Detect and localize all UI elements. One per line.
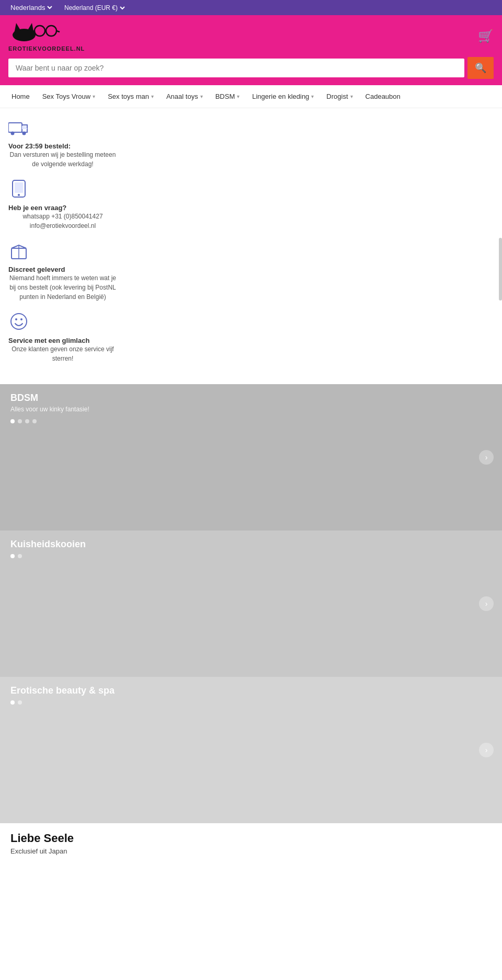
language-select[interactable]: Nederlands [8, 3, 54, 12]
bdsm-dots [10, 419, 492, 423]
currency-selector[interactable]: Nederland (EUR €) [62, 4, 127, 12]
contact-text: whatsapp +31 (0)850041427 info@erotiekvo… [8, 212, 117, 230]
svg-point-17 [20, 318, 22, 320]
svg-point-16 [15, 318, 17, 320]
dot-inactive[interactable] [18, 554, 22, 558]
logo-icon [8, 20, 66, 45]
cart-icon[interactable]: 🛒 [478, 29, 494, 43]
liebe-seele-title: Liebe Seele [10, 832, 492, 845]
beauty-spa-category-title: Erotische beauty & spa [10, 685, 492, 696]
beauty-spa-category-section: Erotische beauty & spa › [0, 677, 502, 823]
beauty-spa-dots [10, 700, 492, 705]
svg-rect-10 [15, 182, 23, 193]
delivery-icon [8, 119, 29, 140]
info-contact: Heb je een vraag? whatsapp +31 (0)850041… [8, 179, 117, 230]
dot-inactive[interactable] [25, 419, 29, 423]
dot-active[interactable] [10, 554, 15, 558]
bdsm-category-section: BDSM Alles voor uw kinky fantasie! › [0, 384, 502, 531]
chevron-down-icon: ▾ [200, 94, 203, 99]
search-input[interactable] [8, 59, 464, 77]
currency-select[interactable]: Nederland (EUR €) [62, 4, 127, 12]
phone-icon [8, 179, 29, 202]
dot-inactive[interactable] [18, 419, 22, 423]
smile-icon [8, 312, 29, 335]
nav-drogist[interactable]: Drogist ▾ [320, 85, 359, 108]
chevron-down-icon: ▾ [237, 94, 239, 99]
next-arrow[interactable]: › [479, 596, 494, 611]
dot-inactive[interactable] [32, 419, 37, 423]
bdsm-category-subtitle: Alles voor uw kinky fantasie! [10, 406, 492, 413]
search-button[interactable]: 🔍 [467, 57, 494, 79]
dot-active[interactable] [10, 700, 15, 705]
kuisheidskooien-category-title: Kuisheidskooien [10, 539, 492, 550]
kuisheidskooien-category-section: Kuisheidskooien › [0, 531, 502, 677]
svg-point-11 [18, 194, 20, 196]
info-delivery: Voor 23:59 besteld: Dan versturen wij je… [8, 119, 117, 169]
box-icon [8, 241, 29, 263]
svg-point-1 [35, 26, 45, 36]
nav-home[interactable]: Home [5, 85, 36, 108]
search-bar: 🔍 [8, 57, 494, 79]
chevron-down-icon: ▾ [151, 94, 154, 99]
scrollbar[interactable] [499, 238, 502, 301]
kuisheidskooien-dots [10, 554, 492, 558]
chevron-down-icon: ▾ [350, 94, 353, 99]
nav-anaal-toys[interactable]: Anaal toys ▾ [160, 85, 209, 108]
service-text: Onze klanten geven onze service vijf ste… [8, 344, 117, 363]
svg-point-7 [11, 132, 15, 135]
service-title: Service met een glimlach [8, 337, 117, 344]
main-nav: Home Sex Toys Vrouw ▾ Sex toys man ▾ Ana… [0, 85, 502, 108]
dot-active[interactable] [10, 419, 15, 423]
logo[interactable]: EROTIEKVOORDEEL.NL [8, 20, 85, 52]
info-section: Voor 23:59 besteld: Dan versturen wij je… [0, 108, 126, 384]
header: EROTIEKVOORDEEL.NL 🛒 🔍 [0, 15, 502, 85]
logo-text: EROTIEKVOORDEEL.NL [8, 45, 85, 52]
top-bar: Nederlands Nederland (EUR €) [0, 0, 502, 15]
chevron-down-icon: ▾ [93, 94, 95, 99]
svg-point-8 [22, 132, 26, 135]
discreet-text: Niemand hoeft immers te weten wat je bij… [8, 273, 117, 302]
discreet-title: Discreet geleverd [8, 266, 117, 273]
contact-title: Heb je een vraag? [8, 204, 117, 212]
info-discreet: Discreet geleverd Niemand hoeft immers t… [8, 241, 117, 302]
nav-lingerie[interactable]: Lingerie en kleding ▾ [246, 85, 320, 108]
next-arrow[interactable]: › [479, 743, 494, 757]
next-arrow[interactable]: › [479, 450, 494, 465]
nav-bdsm[interactable]: BDSM ▾ [209, 85, 246, 108]
chevron-down-icon: ▾ [311, 94, 314, 99]
dot-inactive[interactable] [18, 700, 22, 705]
liebe-seele-section: Liebe Seele Exclusief uit Japan [0, 823, 502, 928]
delivery-title: Voor 23:59 besteld: [8, 142, 117, 150]
bdsm-category-title: BDSM [10, 393, 492, 403]
nav-cadeaubon[interactable]: Cadeaubon [359, 85, 407, 108]
svg-point-2 [46, 26, 56, 36]
nav-sex-toys-vrouw[interactable]: Sex Toys Vrouw ▾ [36, 85, 102, 108]
nav-sex-toys-man[interactable]: Sex toys man ▾ [101, 85, 160, 108]
liebe-seele-subtitle: Exclusief uit Japan [10, 847, 492, 855]
svg-rect-6 [8, 123, 22, 132]
svg-point-0 [13, 29, 36, 41]
info-service: Service met een glimlach Onze klanten ge… [8, 312, 117, 363]
svg-point-15 [11, 314, 27, 329]
delivery-text: Dan versturen wij je bestelling meteen d… [8, 150, 117, 169]
